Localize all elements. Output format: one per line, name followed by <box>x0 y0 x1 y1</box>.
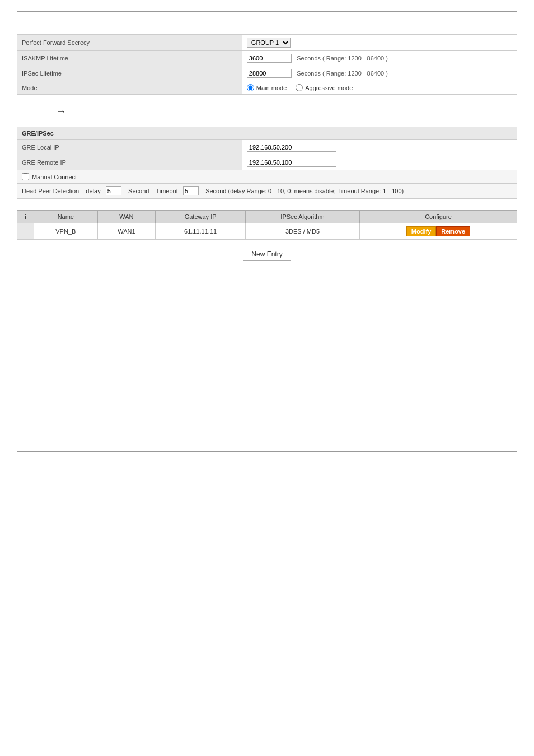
remove-button[interactable]: Remove <box>436 226 470 236</box>
col-wan: WAN <box>97 211 156 223</box>
isakmp-hint: Seconds ( Range: 1200 - 86400 ) <box>297 55 388 62</box>
pfs-label: Perfect Forward Secrecy <box>17 35 242 51</box>
ipsec-lifetime-value: Seconds ( Range: 1200 - 86400 ) <box>242 66 517 81</box>
new-entry-wrapper: New Entry <box>17 248 517 261</box>
gre-local-ip-value <box>242 140 517 155</box>
pfs-row: Perfect Forward Secrecy GROUP 1 GROUP 2 … <box>17 35 517 51</box>
col-i: i <box>17 211 34 223</box>
gre-remote-ip-input[interactable] <box>247 158 336 167</box>
arrow-icon: → <box>56 106 66 118</box>
main-mode-text: Main mode <box>256 85 287 91</box>
col-configure: Configure <box>359 211 517 223</box>
manual-connect-label[interactable]: Manual Connect <box>22 173 512 180</box>
row-configure: ModifyRemove <box>359 223 517 240</box>
ipsec-lifetime-input[interactable] <box>247 69 292 78</box>
manual-connect-row: Manual Connect <box>17 170 517 184</box>
mode-row: Mode Main mode Aggressive mode <box>17 81 517 95</box>
isakmp-row: ISAKMP Lifetime Seconds ( Range: 1200 - … <box>17 51 517 66</box>
row-ipsec-algorithm: 3DES / MD5 <box>246 223 360 240</box>
dead-peer-delay-input[interactable] <box>106 186 121 195</box>
table-row: -- VPN_B WAN1 61.11.11.11 3DES / MD5 Mod… <box>17 223 517 240</box>
dead-peer-timeout-input[interactable] <box>183 186 199 195</box>
ipsec-lifetime-label: IPSec Lifetime <box>17 66 242 81</box>
isakmp-input[interactable] <box>247 54 292 63</box>
new-entry-button[interactable]: New Entry <box>243 248 291 261</box>
arrow-section: → <box>17 106 517 118</box>
gre-remote-ip-row: GRE Remote IP <box>17 155 517 170</box>
aggressive-mode-label[interactable]: Aggressive mode <box>296 84 353 91</box>
gre-local-ip-input[interactable] <box>247 143 336 152</box>
gre-remote-ip-label: GRE Remote IP <box>17 155 242 170</box>
manual-connect-cell: Manual Connect <box>17 170 517 184</box>
gre-table: GRE/IPSec GRE Local IP GRE Remote IP Ma <box>17 127 517 199</box>
aggressive-mode-text: Aggressive mode <box>305 85 353 91</box>
col-ipsec-algorithm: IPSec Algorithm <box>246 211 360 223</box>
pfs-value: GROUP 1 GROUP 2 GROUP 5 None <box>242 35 517 51</box>
gre-remote-ip-value <box>242 155 517 170</box>
dead-peer-delay-label: delay <box>86 188 100 194</box>
dead-peer-row: Dead Peer Detection delay Second Timeout… <box>17 184 517 199</box>
mode-label: Mode <box>17 81 242 95</box>
vpn-table: i Name WAN Gateway IP IPSec Algorithm Co… <box>17 210 517 240</box>
mode-radio-group: Main mode Aggressive mode <box>247 84 512 91</box>
col-name: Name <box>34 211 98 223</box>
gre-local-ip-label: GRE Local IP <box>17 140 242 155</box>
vpn-table-header-row: i Name WAN Gateway IP IPSec Algorithm Co… <box>17 211 517 223</box>
row-name: VPN_B <box>34 223 98 240</box>
gre-local-ip-row: GRE Local IP <box>17 140 517 155</box>
manual-connect-checkbox[interactable] <box>22 173 29 180</box>
gre-header-row: GRE/IPSec <box>17 127 517 140</box>
modify-button[interactable]: Modify <box>406 226 436 236</box>
config-table: Perfect Forward Secrecy GROUP 1 GROUP 2 … <box>17 34 517 95</box>
group-select[interactable]: GROUP 1 GROUP 2 GROUP 5 None <box>247 38 291 48</box>
col-gateway-ip: Gateway IP <box>156 211 246 223</box>
bottom-divider <box>17 451 517 452</box>
top-divider <box>17 11 517 12</box>
row-info: -- <box>17 223 34 240</box>
dead-peer-timeout-label: Timeout <box>156 188 177 194</box>
vpn-table-wrapper: i Name WAN Gateway IP IPSec Algorithm Co… <box>17 210 517 240</box>
dead-peer-second-label: Second <box>128 188 149 194</box>
mode-value: Main mode Aggressive mode <box>242 81 517 95</box>
dead-peer-cell: Dead Peer Detection delay Second Timeout… <box>17 184 517 199</box>
isakmp-value: Seconds ( Range: 1200 - 86400 ) <box>242 51 517 66</box>
main-mode-radio[interactable] <box>247 84 254 91</box>
gre-title: GRE/IPSec <box>17 127 517 140</box>
aggressive-mode-radio[interactable] <box>296 84 303 91</box>
row-gateway-ip: 61.11.11.11 <box>156 223 246 240</box>
ipsec-lifetime-row: IPSec Lifetime Seconds ( Range: 1200 - 8… <box>17 66 517 81</box>
ipsec-lifetime-hint: Seconds ( Range: 1200 - 86400 ) <box>297 70 388 77</box>
manual-connect-text: Manual Connect <box>32 174 77 180</box>
row-wan: WAN1 <box>97 223 156 240</box>
isakmp-label: ISAKMP Lifetime <box>17 51 242 66</box>
main-mode-label[interactable]: Main mode <box>247 84 287 91</box>
dead-peer-hint: Second (delay Range: 0 - 10, 0: means di… <box>205 188 404 194</box>
dead-peer-label: Dead Peer Detection <box>22 188 79 194</box>
